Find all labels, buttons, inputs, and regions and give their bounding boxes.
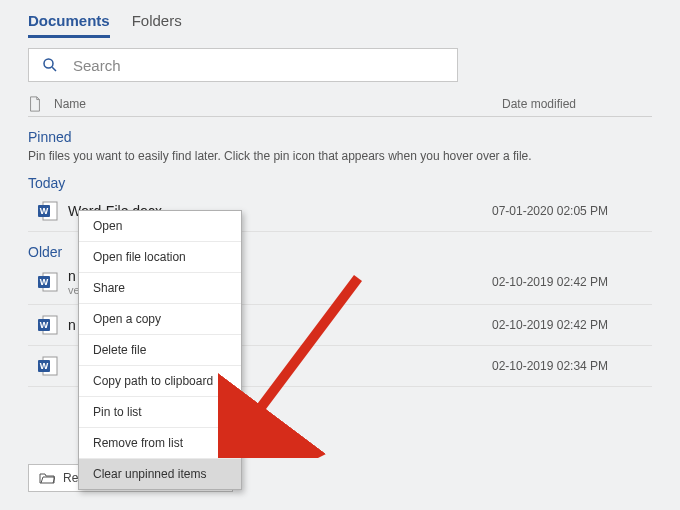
search-icon	[41, 56, 59, 74]
svg-text:W: W	[40, 277, 49, 287]
context-menu: Open Open file location Share Open a cop…	[78, 210, 242, 490]
menu-remove-from-list[interactable]: Remove from list	[79, 428, 241, 459]
col-date-label: Date modified	[502, 97, 652, 111]
tabs-bar: Documents Folders	[28, 0, 652, 38]
file-date: 02-10-2019 02:42 PM	[492, 318, 652, 332]
tab-documents[interactable]: Documents	[28, 8, 110, 38]
section-today-title: Today	[28, 175, 652, 191]
svg-line-1	[52, 67, 56, 71]
menu-open-file-location[interactable]: Open file location	[79, 242, 241, 273]
menu-copy-path[interactable]: Copy path to clipboard	[79, 366, 241, 397]
pinned-hint: Pin files you want to easily find later.…	[28, 149, 652, 163]
word-icon: W	[36, 313, 60, 337]
svg-text:W: W	[40, 206, 49, 216]
tab-folders[interactable]: Folders	[132, 8, 182, 38]
menu-open[interactable]: Open	[79, 211, 241, 242]
svg-text:W: W	[40, 320, 49, 330]
file-date: 02-10-2019 02:42 PM	[492, 275, 652, 289]
section-pinned-title: Pinned	[28, 129, 652, 145]
word-icon: W	[36, 270, 60, 294]
list-header: Name Date modified	[28, 96, 652, 117]
folder-open-icon	[39, 471, 55, 485]
word-icon: W	[36, 354, 60, 378]
svg-text:W: W	[40, 361, 49, 371]
menu-delete-file[interactable]: Delete file	[79, 335, 241, 366]
menu-pin-to-list[interactable]: Pin to list	[79, 397, 241, 428]
document-icon	[28, 96, 42, 112]
search-input[interactable]	[71, 56, 445, 75]
file-date: 02-10-2019 02:34 PM	[492, 359, 652, 373]
search-box[interactable]	[28, 48, 458, 82]
word-icon: W	[36, 199, 60, 223]
svg-point-0	[44, 59, 53, 68]
menu-clear-unpinned[interactable]: Clear unpinned items	[79, 459, 241, 489]
col-name-label: Name	[54, 97, 86, 111]
file-date: 07-01-2020 02:05 PM	[492, 204, 652, 218]
menu-open-a-copy[interactable]: Open a copy	[79, 304, 241, 335]
menu-share[interactable]: Share	[79, 273, 241, 304]
